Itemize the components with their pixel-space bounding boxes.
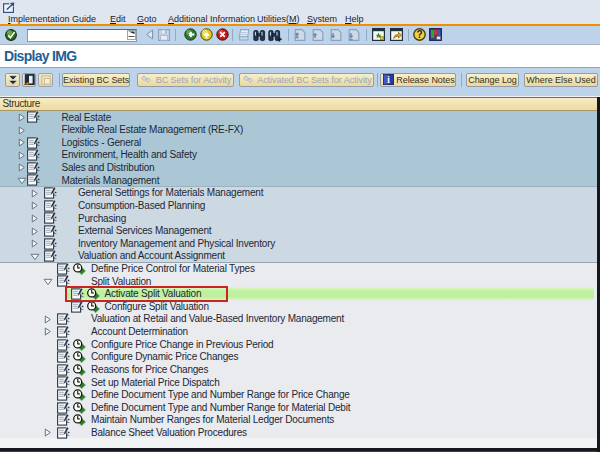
svg-text:i: i: [387, 75, 390, 85]
svg-text:?: ?: [417, 29, 423, 40]
